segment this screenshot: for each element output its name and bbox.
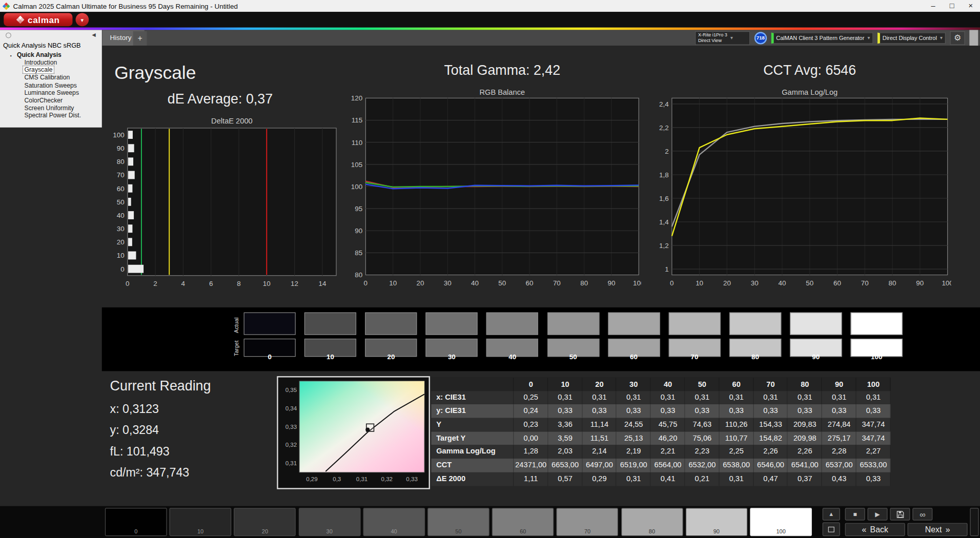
settings-button[interactable]: ⚙ [950,31,965,45]
svg-text:50: 50 [806,279,813,287]
table-row-label: Y [431,418,514,431]
corner-button[interactable] [970,508,979,536]
table-cell: 0,31 [719,472,753,486]
logo-menu-button[interactable]: ▾ [76,13,89,27]
svg-text:80: 80 [117,158,125,165]
pattern-button-10[interactable]: 10 [170,508,232,536]
grayscale-data-table: 0102030405060708090100x: CIE310,250,310,… [431,378,890,486]
svg-text:90: 90 [117,144,125,152]
display-control-label: Direct Display Control [883,35,937,41]
close-button[interactable]: × [961,0,980,12]
svg-text:2,2: 2,2 [659,124,669,132]
pattern-button-label: 40 [363,529,424,535]
save-icon [896,510,904,519]
table-cell: 74,63 [685,418,719,431]
table-cell: 0,33 [822,404,856,418]
loop-button[interactable]: ∞ [912,508,932,520]
pattern-button-30[interactable]: 30 [298,508,360,536]
table-column-header [431,378,514,391]
sidebar-item-grayscale[interactable]: Grayscale [0,67,102,74]
sidebar-item-cms-calibration[interactable]: CMS Calibration [0,74,102,81]
table-cell: 1,11 [514,472,548,486]
table-column-header: 100 [856,378,891,391]
add-tab-button[interactable]: + [133,31,147,46]
sidebar-item-label: Luminance Sweeps [23,89,80,96]
table-cell: 0,33 [753,404,788,418]
pattern-button-20[interactable]: 20 [234,508,296,536]
table-cell: 0,21 [685,472,719,486]
table-cell: 275,17 [822,431,856,445]
pattern-button-90[interactable]: 90 [685,508,747,536]
pattern-button-40[interactable]: 40 [363,508,425,536]
pattern-button-70[interactable]: 70 [557,508,619,536]
record-icon[interactable] [6,32,11,38]
svg-text:0,32: 0,32 [285,442,297,448]
display-control-dropdown[interactable]: Direct Display Control ▾ [877,32,946,44]
sidebar-item-label: Spectral Power Dist. [23,112,82,119]
tree-expand-icon[interactable]: ▪ [10,52,12,60]
tab-bar: History 1 + X-Rite i1Pro 3 Direct View ▾… [0,30,980,46]
sidebar-item-colorchecker[interactable]: ColorChecker [0,97,102,105]
svg-text:0,35: 0,35 [285,387,297,393]
table-cell: 2,21 [651,445,685,459]
table-cell: 6546,00 [753,459,788,472]
pattern-window-button[interactable] [823,522,840,536]
meter-dropdown[interactable]: X-Rite i1Pro 3 Direct View ▾ [695,31,750,45]
table-cell: 2,27 [856,445,891,459]
svg-text:0,34: 0,34 [285,405,297,411]
back-button[interactable]: « Back [845,523,905,536]
panel-toggle-button[interactable] [969,30,978,46]
table-cell: 6653,00 [548,459,582,472]
collapse-sidebar-button[interactable]: ◄ [91,31,97,38]
save-button[interactable] [890,508,910,520]
sidebar-item-label: Grayscale [23,67,54,73]
svg-text:0: 0 [126,280,129,287]
window-icon [828,526,834,532]
svg-text:0,32: 0,32 [381,476,393,482]
sidebar-item-spectral-power-dist-[interactable]: Spectral Power Dist. [0,112,102,120]
svg-text:80: 80 [580,279,588,287]
table-cell: 1,28 [514,445,548,459]
sidebar-item-label: ColorChecker [23,97,64,104]
swatch-step-label: 10 [304,353,356,361]
pattern-button-80[interactable]: 80 [621,508,683,536]
calman-logo-text: calman [28,15,59,25]
table-cell: 0,41 [651,472,685,486]
table-cell: 0,29 [582,472,617,486]
pattern-up-button[interactable]: ▲ [823,508,840,520]
svg-text:0: 0 [670,279,673,287]
svg-text:10: 10 [389,279,397,287]
table-cell: 2,14 [582,445,617,459]
table-column-header: 0 [514,378,548,391]
back-chevron-icon: « [862,525,866,534]
svg-text:30: 30 [751,279,759,287]
play-button[interactable]: ▶ [868,508,888,520]
stop-button[interactable]: ■ [845,508,865,520]
calman-logo[interactable]: calman [4,13,72,27]
table-column-header: 30 [617,378,651,391]
sidebar-item-label: Screen Uniformity [23,105,75,111]
table-cell: 0,47 [753,472,788,486]
table-column-header: 60 [719,378,753,391]
pattern-button-60[interactable]: 60 [492,508,554,536]
pattern-button-0[interactable]: 0 [105,508,167,536]
pattern-button-50[interactable]: 50 [427,508,489,536]
sidebar-item-saturation-sweeps[interactable]: Saturation Sweeps [0,81,102,89]
table-column-header: 40 [651,378,685,391]
meter-count-badge[interactable]: 718 [754,32,767,44]
table-row-label: CCT [431,459,514,472]
svg-text:110: 110 [352,139,362,147]
pattern-generator-dropdown[interactable]: CalMAN Client 3 Pattern Generator ▾ [771,32,873,44]
svg-text:10: 10 [117,252,125,259]
minimize-button[interactable]: – [924,0,943,12]
table-cell: 347,74 [856,418,891,431]
actual-swatch-0 [244,313,296,335]
sidebar-item-screen-uniformity[interactable]: Screen Uniformity [0,105,102,112]
pattern-button-100[interactable]: 100 [750,508,812,536]
sidebar-item-luminance-sweeps[interactable]: Luminance Sweeps [0,89,102,97]
sidebar-item-introduction[interactable]: Introduction [0,59,102,67]
tree-root-quick-analysis[interactable]: ▪ Quick Analysis [0,51,102,59]
next-button[interactable]: Next » [908,523,968,536]
maximize-button[interactable]: □ [943,0,962,12]
workflow-tree: IntroductionGrayscaleCMS CalibrationSatu… [0,59,102,120]
